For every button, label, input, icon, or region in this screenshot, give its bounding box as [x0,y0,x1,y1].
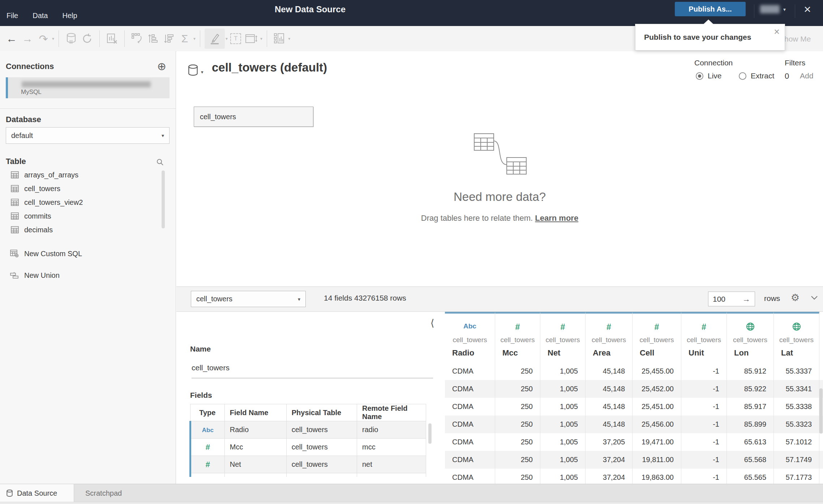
table-item-arrays-of-arrays[interactable]: arrays_of_arrays [0,168,176,182]
refresh-icon[interactable] [79,29,95,48]
grid-row[interactable]: CDMA 250 1,005 45,148 25,455.00 -1 85.91… [445,362,823,380]
table-icon [11,226,19,233]
new-custom-sql[interactable]: New Custom SQL [0,246,176,261]
fields-row[interactable]: Abc Radio cell_towers radio [190,421,426,439]
avatar [760,5,780,13]
fit-icon[interactable] [244,29,260,48]
remote-field-cell: radio [357,421,426,439]
cell: 57.1749 [774,451,819,469]
grid-row[interactable]: CDMA 250 1,005 37,205 19,471.00 -1 65.61… [445,433,823,451]
search-icon[interactable] [156,158,164,166]
apply-rows-arrow-icon[interactable]: → [742,294,750,304]
learn-more-link[interactable]: Learn more [535,214,578,223]
connection-item[interactable]: MySQL [6,77,170,98]
menu-data[interactable]: Data [33,12,48,20]
datasource-caret-icon[interactable]: ▾ [201,69,203,75]
grid-column-unit[interactable]: # cell_towers Unit [681,312,727,362]
collapse-panel-icon[interactable]: ⟨ [430,317,434,329]
column-name-label: Area [593,348,610,358]
grid-row[interactable]: CDMA 250 1,005 45,148 25,451.00 -1 85.91… [445,398,823,415]
fields-table-scrollbar[interactable] [428,423,432,444]
publish-as-button[interactable]: Publish As... [675,2,746,16]
connection-label: Connection [694,59,733,67]
grid-vertical-scrollbar[interactable] [819,388,823,434]
filters-add-link[interactable]: Add [800,72,813,80]
sort-ascending-icon[interactable] [145,29,161,48]
relationship-canvas[interactable]: ▾ cell_towers (default) Connection Live … [176,51,823,287]
grid-row[interactable]: CDMA 250 1,005 37,204 19,863.00 -1 65.56… [445,469,823,484]
table-node-cell-towers[interactable]: cell_towers [194,107,313,127]
fields-row-partial[interactable] [190,473,426,477]
table-dropdown[interactable]: cell_towers ▾ [191,291,306,307]
grid-row[interactable]: CDMA 250 1,005 45,148 25,452.00 -1 85.92… [445,380,823,398]
cell: -1 [681,362,727,380]
table-item-commits[interactable]: commits [0,209,176,223]
table-list-scrollbar[interactable] [162,171,165,228]
add-connection-icon[interactable]: ⊕ [157,60,166,73]
grid-column-cell[interactable]: # cell_towers Cell [633,312,681,362]
grid-column-lon[interactable]: cell_towers Lon [727,312,774,362]
grid-row[interactable]: CDMA 250 1,005 45,148 25,456.00 -1 85.89… [445,415,823,433]
fields-row[interactable]: # Net cell_towers net [190,456,426,473]
grid-column-area[interactable]: # cell_towers Area [586,312,633,362]
grid-column-lat[interactable]: cell_towers Lat [774,312,819,362]
fields-row[interactable]: # Mcc cell_towers mcc [190,439,426,456]
clear-sheet-icon[interactable] [104,29,120,48]
datasource-title: cell_towers (default) [212,61,327,74]
menu-help[interactable]: Help [62,12,77,20]
connection-name-redacted [22,81,151,87]
grid-column-net[interactable]: # cell_towers Net [540,312,586,362]
grid-column-radio[interactable]: Abc cell_towers Radio [445,312,495,362]
undo-icon[interactable]: ← [4,29,20,48]
cell: 19,863.00 [633,469,681,484]
collapse-preview-icon[interactable] [811,296,818,300]
database-select[interactable]: default ▾ [6,127,170,144]
cell: -1 [681,469,727,484]
physical-table-cell: cell_towers [286,456,357,473]
column-table-label: cell_towers [774,336,819,344]
cell: CDMA [445,362,495,380]
replay-icon[interactable]: ↷ [35,29,51,48]
live-radio[interactable] [696,72,703,80]
relate-tables-illustration [473,133,527,176]
fit-caret-icon[interactable]: ▾ [260,36,262,41]
show-me-icon[interactable] [271,29,287,48]
new-union[interactable]: New Union [0,268,176,283]
table-icon [11,185,19,192]
extract-radio[interactable] [739,72,746,80]
tab-scratchpad-label: Scratchpad [85,489,122,497]
cell: 1,005 [540,469,586,484]
user-menu[interactable]: ▾ [760,5,786,13]
row-count-input[interactable]: 100 → [708,292,755,306]
fields-header-type: Type [190,404,225,421]
close-window-icon[interactable]: × [804,3,811,15]
table-item-decimals[interactable]: decimals [0,223,176,237]
highlight-icon[interactable] [205,29,225,49]
tab-scratchpad[interactable]: Scratchpad [78,484,129,502]
menu-file[interactable]: File [7,12,18,20]
grid-column-mcc[interactable]: # cell_towers Mcc [495,312,540,362]
sort-descending-icon[interactable] [161,29,177,48]
gear-icon[interactable]: ⚙ [791,292,800,303]
table-item-cell-towers[interactable]: cell_towers [0,182,176,195]
datasource-icon[interactable] [63,29,79,48]
cell: 250 [495,469,540,484]
table-item-cell-towers-view2[interactable]: cell_towers_view2 [0,195,176,209]
grid-row[interactable]: CDMA 250 1,005 37,204 19,811.00 -1 65.56… [445,451,823,469]
replay-caret-icon[interactable]: ▾ [52,36,54,41]
extract-label: Extract [751,72,774,80]
show-me-caret-icon[interactable]: ▾ [288,36,290,41]
swap-rows-columns-icon[interactable] [129,29,145,48]
sheet-tab-bar: Data Source Scratchpad [0,484,823,502]
tooltip-close-icon[interactable]: × [774,26,780,38]
datasource-cylinder-icon[interactable] [188,64,198,76]
text-tool-icon[interactable]: T [228,29,244,48]
totals-caret-icon[interactable]: ▾ [193,36,196,41]
redo-icon[interactable]: → [20,29,35,48]
tab-data-source[interactable]: Data Source [0,484,74,502]
cell: 55.3338 [774,398,819,415]
sidebar: Connections ⊕ MySQL Database default ▾ T… [0,51,176,484]
column-table-label: cell_towers [727,336,773,344]
totals-icon[interactable]: Σ [177,29,193,48]
name-input[interactable]: cell_towers [192,363,433,378]
